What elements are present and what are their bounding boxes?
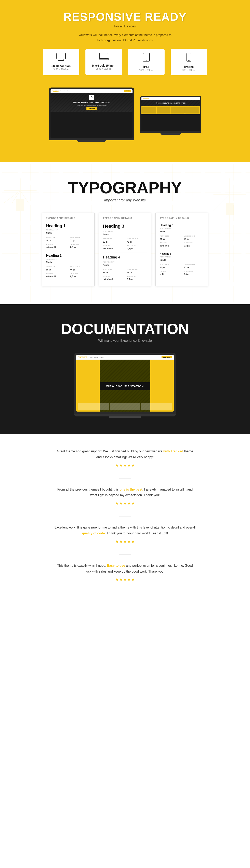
h2-w: extra-bold [46, 275, 56, 278]
typ-meta-h2-family: FONT FAMILY Nunito [46, 258, 90, 264]
laptop-outer-small: TRANKAD THIS IS INNOVATION CONSTRUCTION [140, 96, 201, 131]
typography-title: TYPOGRAPHY [4, 179, 246, 197]
h3-w-label: WEIGHT [103, 245, 123, 247]
testimonial-1: Great theme and great support! We just f… [54, 448, 196, 468]
device-macbook: MacBook 15 inch 2880 × 1800 px [86, 49, 122, 75]
h6-lh-label: LINE HEIGHT [184, 264, 204, 266]
typography-card-1: Typography details Heading 1 FONT FAMILY… [42, 213, 95, 286]
hero-icon-box: ⚙ [89, 95, 94, 100]
h1-lh-label: LINE HEIGHT [70, 237, 90, 238]
typ-meta-h1-size-row: FONT SIZE 48 px LINE HEIGHT 32 px [46, 237, 90, 242]
divider-testimonial-2 [119, 516, 131, 517]
typ-meta-h4-family: FONT FAMILY Nunito [103, 261, 147, 267]
testimonial-3-stars: ★★★★★ [54, 539, 196, 544]
h6-font-family-label: FONT FAMILY [160, 256, 204, 258]
h5-size: 24 px [160, 238, 165, 240]
typ-meta-h5-size-row: FONT SIZE 24 px LINE HEIGHT 34 px [160, 235, 204, 241]
svg-line-2 [63, 59, 64, 61]
h1-lh: 32 px [70, 239, 75, 242]
device-ipad-name: iPad [133, 65, 159, 68]
device-5k-name: 5K Resolution [48, 64, 74, 68]
h6-w: bold [160, 273, 164, 275]
svg-point-8 [146, 60, 147, 61]
typ-meta-h4-size-row: FONT SIZE 28 px LINE HEIGHT 38 px [103, 269, 147, 274]
h4-size: 28 px [103, 272, 108, 274]
device-macbook-name: MacBook 15 inch [91, 64, 117, 67]
h6-size: 20 px [160, 267, 165, 269]
laptop-screen-large: TRANKAD Menu About Projects Services CON… [51, 89, 132, 138]
heading-4-label: Heading 4 [103, 255, 147, 259]
responsive-section: RESPONSIVE READY For all Devices Your wo… [0, 0, 250, 162]
h4-w-label: WEIGHT [103, 275, 123, 277]
h3-t-label: TRACKING [127, 245, 147, 247]
h4-lh-label: LINE HEIGHT [127, 269, 147, 271]
heading-6-label: Heading 6 [160, 252, 204, 255]
screen2-hero-title: THIS IS INNOVATION CONSTRUCTION [156, 102, 185, 104]
nav-logo: TRANKAD [52, 90, 59, 92]
responsive-description: Your work will look better, every elemen… [76, 32, 174, 43]
typ-meta-h3-size-row: FONT SIZE 32 px LINE HEIGHT 42 px [103, 238, 147, 243]
device-ipad-res: 1024 × 768 px [133, 69, 159, 71]
divider-1 [46, 251, 90, 251]
phone-icon [176, 53, 202, 64]
h5-w: semi-bold [160, 245, 169, 247]
screen-nav-bar-large: TRANKAD Menu About Projects Services CON… [51, 89, 132, 93]
h1-font-family-label: FONT FAMILY [46, 229, 90, 231]
laptop-base-small [140, 131, 201, 133]
laptop-stand-small [160, 133, 181, 135]
h3-lh-label: LINE HEIGHT [127, 238, 147, 240]
h6-lh: 30 px [184, 267, 189, 269]
typ-meta-h6-family: FONT FAMILY Nunito [160, 256, 204, 261]
typography-subtitle: Important for any Website [4, 198, 246, 203]
h5-t: 0,5 px [184, 245, 190, 247]
typography-card-3: Typography details Heading 5 FONT FAMILY… [155, 213, 208, 286]
divider-testimonial-3 [119, 554, 131, 555]
h6-t-label: TRACKING [184, 270, 204, 272]
svg-rect-4 [99, 53, 108, 59]
h2-font-family-label: FONT FAMILY [46, 258, 90, 260]
typ-meta-h6-weight-row: WEIGHT bold TRACKING 0,5 px [160, 270, 204, 276]
screen-hero-large: ⚙ THIS IS INNOVATION CONSTRUCTION Your w… [51, 93, 132, 112]
h2-t-label: TRACKING [70, 273, 90, 274]
h3-lh: 42 px [127, 241, 132, 243]
h5-w-label: WEIGHT [160, 242, 180, 244]
h1-w: extra-bold [46, 246, 56, 248]
h2-size-label: FONT SIZE [46, 266, 66, 268]
laptop-outer-large: TRANKAD Menu About Projects Services CON… [49, 88, 134, 138]
screens-bottom [142, 106, 200, 114]
typ-meta-h5-weight-row: WEIGHT semi-bold TRACKING 0,5 px [160, 242, 204, 247]
heading-1-label: Heading 1 [46, 223, 90, 228]
h5-font-family: Nunito [160, 230, 166, 233]
device-iphone-name: iPhone [176, 65, 202, 68]
device-5k: 5K Resolution 5120 × 2880 px [43, 49, 79, 75]
typ-meta-h6-size-row: FONT SIZE 20 px LINE HEIGHT 30 px [160, 264, 204, 269]
device-ipad: iPad 1024 × 768 px [128, 49, 164, 75]
testimonial-4-text: This theme is exactly what I need. Easy … [54, 563, 196, 575]
typ-card-3-title: Typography details [160, 217, 204, 221]
tablet-icon [133, 53, 159, 64]
laptop-base-large [49, 138, 134, 140]
h5-lh: 34 px [184, 238, 189, 240]
testimonial-3-text: Excellent work! It is quite rare for me … [54, 525, 196, 536]
testimonial-3: Excellent work! It is quite rare for me … [54, 525, 196, 544]
typ-meta-h3-weight-row: WEIGHT extra-bold TRACKING 0,5 px [103, 245, 147, 250]
doc-subtitle: Will make your Experience Enjoyable [4, 339, 246, 343]
h1-t-label: TRACKING [70, 243, 90, 245]
svg-point-11 [189, 60, 189, 61]
doc-laptop-screen: TRANKAD Home About Services CONTACT VIEW… [76, 355, 174, 411]
testimonial-4: This theme is exactly what I need. Easy … [54, 563, 196, 582]
testimonial-2: From all the previous themes I bought, t… [54, 487, 196, 506]
h5-t-label: TRACKING [184, 242, 204, 244]
doc-laptop-stand [109, 416, 141, 418]
view-documentation-button[interactable]: VIEW DOCUMENTATION [100, 382, 150, 390]
h2-size: 36 px [46, 269, 51, 271]
typography-section: TYPOGRAPHY Important for any Website Typ… [0, 162, 250, 304]
laptop-mockups-area: TRANKAD Menu About Projects Services CON… [4, 84, 246, 150]
typ-meta-h2-weight-row: WEIGHT extra-bold TRACKING 0,5 px [46, 273, 90, 278]
h6-w-label: WEIGHT [160, 270, 180, 272]
screen-nav-bar-small: TRANKAD [142, 97, 200, 100]
h1-size-label: FONT SIZE [46, 237, 66, 238]
h4-font-family: Nunito [103, 264, 110, 266]
nav-logo-sm: TRANKAD [143, 98, 149, 99]
testimonial-4-stars: ★★★★★ [54, 577, 196, 582]
